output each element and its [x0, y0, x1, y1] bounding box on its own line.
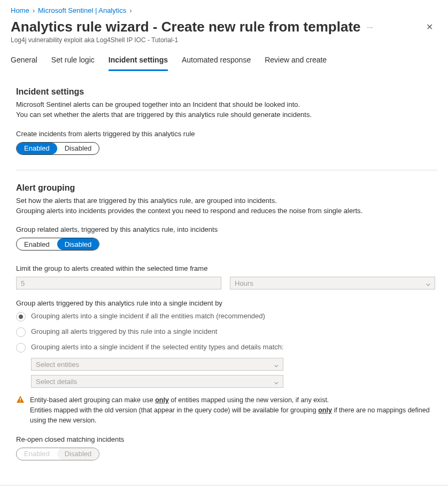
svg-rect-1	[20, 401, 20, 402]
limit-unit-value: Hours	[235, 279, 253, 287]
toggle-disabled[interactable]: Disabled	[57, 238, 99, 250]
warning-text: Entity-based alert grouping can make use…	[30, 395, 437, 425]
close-icon[interactable]: ✕	[422, 20, 437, 34]
warning-message: Entity-based alert grouping can make use…	[16, 395, 437, 425]
chevron-right-icon: ›	[33, 6, 35, 14]
breadcrumb-home[interactable]: Home	[11, 6, 29, 14]
tab-review-create[interactable]: Review and create	[265, 53, 327, 71]
svg-rect-0	[20, 398, 20, 401]
select-placeholder: Select details	[36, 378, 77, 386]
breadcrumb-sentinel[interactable]: Microsoft Sentinel | Analytics	[38, 6, 126, 14]
radio-all-alerts[interactable]: Grouping all alerts triggered by this ru…	[16, 327, 437, 337]
select-placeholder: Select entities	[36, 361, 79, 369]
limit-group-label: Limit the group to alerts created within…	[16, 264, 437, 272]
tab-incident-settings[interactable]: Incident settings	[109, 53, 168, 71]
select-entities[interactable]: Select entities ⌵	[31, 358, 283, 371]
alert-grouping-heading: Alert grouping	[16, 183, 437, 193]
incident-settings-heading: Incident settings	[16, 87, 437, 97]
divider	[16, 170, 437, 170]
warning-icon	[16, 395, 25, 405]
group-related-label: Group related alerts, triggered by this …	[16, 225, 437, 233]
tab-set-rule-logic[interactable]: Set rule logic	[51, 53, 95, 71]
wizard-tabs: General Set rule logic Incident settings…	[5, 53, 437, 71]
limit-value-input[interactable]	[16, 277, 221, 289]
radio-label: Grouping alerts into a single incident i…	[31, 342, 284, 352]
radio-icon	[16, 312, 26, 322]
tab-automated-response[interactable]: Automated response	[182, 53, 251, 71]
create-incidents-toggle[interactable]: Enabled Disabled	[16, 142, 99, 155]
reopen-label: Re-open closed matching incidents	[16, 435, 437, 443]
incident-settings-desc: Microsoft Sentinel alerts can be grouped…	[16, 100, 437, 120]
group-related-toggle[interactable]: Enabled Disabled	[16, 238, 99, 251]
page-subtitle: Log4j vulnerability exploit aka Log4Shel…	[11, 36, 437, 44]
radio-label: Grouping all alerts triggered by this ru…	[31, 327, 217, 337]
toggle-disabled[interactable]: Disabled	[57, 448, 99, 460]
select-details[interactable]: Select details ⌵	[31, 375, 283, 388]
reopen-toggle[interactable]: Enabled Disabled	[16, 448, 99, 460]
radio-selected-types[interactable]: Grouping alerts into a single incident i…	[16, 342, 437, 353]
toggle-enabled[interactable]: Enabled	[17, 238, 57, 250]
chevron-down-icon: ⌵	[426, 279, 430, 287]
toggle-enabled[interactable]: Enabled	[17, 143, 57, 154]
radio-icon	[16, 343, 26, 353]
radio-icon	[16, 327, 26, 337]
wizard-footer: Previous Next : Automated response >	[0, 485, 448, 493]
create-incidents-label: Create incidents from alerts triggered b…	[16, 130, 437, 138]
chevron-down-icon: ⌵	[274, 361, 279, 369]
breadcrumb: Home › Microsoft Sentinel | Analytics ›	[11, 6, 437, 14]
chevron-right-icon: ›	[129, 6, 132, 14]
radio-label: Grouping alerts into a single incident i…	[31, 311, 265, 321]
more-icon[interactable]: ···	[367, 23, 373, 31]
page-title: Analytics rule wizard - Create new rule …	[11, 19, 361, 35]
alert-grouping-desc: Set how the alerts that are triggered by…	[16, 196, 437, 216]
toggle-disabled[interactable]: Disabled	[57, 143, 99, 154]
group-single-label: Group alerts triggered by this analytics…	[16, 299, 437, 307]
radio-entities-match[interactable]: Grouping alerts into a single incident i…	[16, 311, 437, 322]
tab-general[interactable]: General	[11, 53, 37, 71]
limit-unit-select[interactable]: Hours ⌵	[230, 277, 435, 289]
chevron-down-icon: ⌵	[274, 378, 279, 386]
toggle-enabled[interactable]: Enabled	[17, 448, 57, 460]
